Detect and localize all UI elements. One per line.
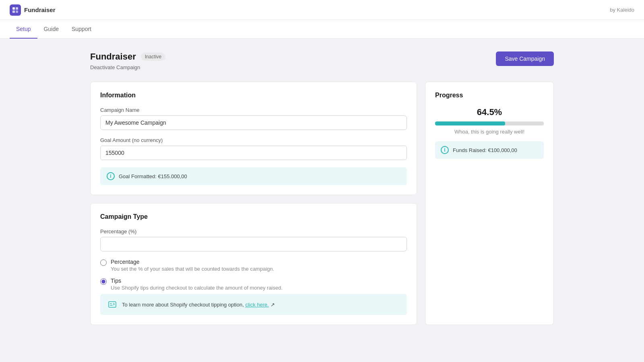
by-label: by Kaleido bbox=[610, 7, 634, 13]
percentage-input-group: Percentage (%) bbox=[100, 228, 407, 251]
svg-rect-4 bbox=[109, 302, 116, 307]
tip-link[interactable]: click here. bbox=[245, 302, 269, 308]
progress-bar-container bbox=[435, 121, 544, 125]
svg-rect-2 bbox=[12, 10, 15, 13]
information-title: Information bbox=[100, 92, 407, 99]
funds-info-icon: i bbox=[441, 146, 449, 154]
tip-text-before: To learn more about Shopify checkout tip… bbox=[122, 302, 245, 308]
tip-link-icon: ↗ bbox=[270, 302, 275, 308]
percentage-label: Percentage (%) bbox=[100, 228, 407, 234]
progress-title: Progress bbox=[435, 92, 544, 99]
goal-formatted-box: i Goal Formatted: €155.000,00 bbox=[100, 167, 407, 185]
progress-card: Progress 64.5% Whoa, this is going reall… bbox=[425, 82, 554, 325]
radio-percentage-label: Percentage bbox=[111, 259, 274, 265]
info-icon: i bbox=[107, 172, 115, 180]
nav-tabs: Setup Guide Support bbox=[0, 20, 644, 39]
svg-rect-0 bbox=[12, 7, 15, 10]
deactivate-link[interactable]: Deactivate Campaign bbox=[90, 64, 165, 70]
funds-raised-text: Funds Raised: €100,000,00 bbox=[453, 147, 517, 153]
page-header-left: Fundraiser Inactive Deactivate Campaign bbox=[90, 51, 165, 70]
tab-setup[interactable]: Setup bbox=[10, 20, 37, 39]
radio-percentage[interactable] bbox=[100, 259, 107, 266]
svg-rect-1 bbox=[16, 7, 18, 10]
shopify-tip-text: To learn more about Shopify checkout tip… bbox=[122, 302, 275, 308]
information-card: Information Campaign Name Goal Amount (n… bbox=[90, 82, 417, 195]
radio-tips[interactable] bbox=[100, 278, 107, 285]
campaign-type-title: Campaign Type bbox=[100, 213, 407, 220]
main-content: Fundraiser Inactive Deactivate Campaign … bbox=[80, 39, 564, 338]
page-title-row: Fundraiser Inactive bbox=[90, 51, 165, 62]
goal-formatted-text: Goal Formatted: €155.000,00 bbox=[119, 173, 187, 179]
svg-rect-3 bbox=[16, 10, 18, 13]
progress-percent: 64.5% bbox=[435, 107, 544, 117]
left-column: Information Campaign Name Goal Amount (n… bbox=[90, 82, 417, 325]
radio-group: Percentage You set the % of your sales t… bbox=[100, 259, 407, 291]
percentage-input[interactable] bbox=[100, 237, 407, 251]
brand-icon bbox=[10, 4, 21, 16]
funds-box: i Funds Raised: €100,000,00 bbox=[435, 141, 544, 159]
campaign-name-input[interactable] bbox=[100, 115, 407, 130]
tab-guide[interactable]: Guide bbox=[37, 20, 65, 39]
radio-percentage-desc: You set the % of your sales that will be… bbox=[111, 266, 274, 272]
shopify-icon bbox=[107, 299, 118, 310]
tab-support[interactable]: Support bbox=[65, 20, 98, 39]
goal-amount-group: Goal Amount (no currency) bbox=[100, 137, 407, 160]
page-title: Fundraiser bbox=[90, 51, 136, 62]
progress-message: Whoa, this is going really well! bbox=[435, 129, 544, 135]
goal-amount-label: Goal Amount (no currency) bbox=[100, 137, 407, 143]
brand: Fundraiser bbox=[10, 4, 56, 16]
progress-bar-fill bbox=[435, 121, 505, 125]
campaign-type-card: Campaign Type Percentage (%) Percentage … bbox=[90, 203, 417, 325]
topbar: Fundraiser by Kaleido bbox=[0, 0, 644, 20]
save-campaign-button[interactable]: Save Campaign bbox=[496, 51, 554, 66]
page-header: Fundraiser Inactive Deactivate Campaign … bbox=[90, 51, 554, 70]
campaign-name-label: Campaign Name bbox=[100, 107, 407, 113]
goal-amount-input[interactable] bbox=[100, 146, 407, 160]
status-badge: Inactive bbox=[141, 53, 165, 61]
radio-option-percentage[interactable]: Percentage You set the % of your sales t… bbox=[100, 259, 407, 272]
radio-tips-label: Tips bbox=[111, 278, 283, 284]
content-grid: Information Campaign Name Goal Amount (n… bbox=[90, 82, 554, 325]
radio-tips-desc: Use Shopify tips during checkout to calc… bbox=[111, 285, 283, 291]
campaign-name-group: Campaign Name bbox=[100, 107, 407, 130]
shopify-tip-box: To learn more about Shopify checkout tip… bbox=[100, 294, 407, 315]
radio-option-tips[interactable]: Tips Use Shopify tips during checkout to… bbox=[100, 278, 407, 291]
brand-name: Fundraiser bbox=[24, 6, 56, 13]
